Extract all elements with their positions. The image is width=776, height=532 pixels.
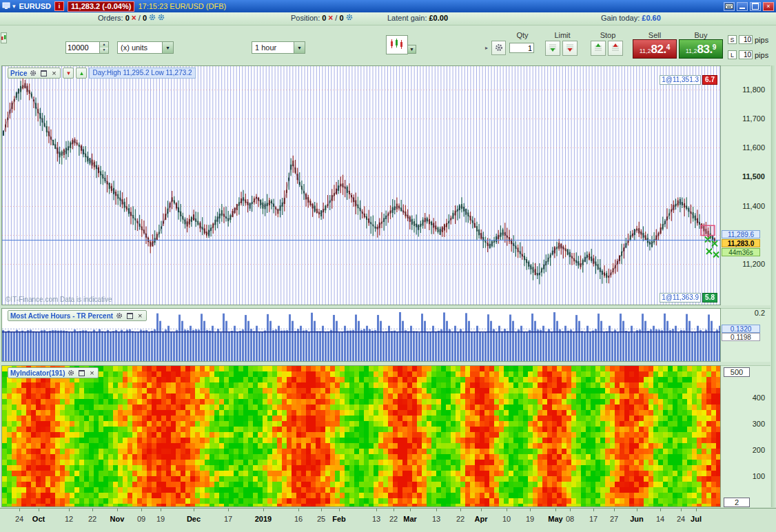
heatmap-axis-label: 400 <box>726 393 765 402</box>
orders-label: Orders: <box>98 14 123 22</box>
keyboard-icon[interactable] <box>724 2 735 11</box>
heatmap-close-icon[interactable]: × <box>88 369 96 377</box>
scroll-down-button[interactable]: ▼ <box>63 68 74 79</box>
date-label: Jul <box>684 515 708 523</box>
spin-up-icon[interactable]: ▲ <box>99 42 108 48</box>
cancel-orders-icon[interactable]: × <box>132 14 136 21</box>
stop-pips-row: S pips <box>728 35 768 44</box>
date-tick <box>637 509 637 511</box>
bar-countdown-tag: 44m36s <box>722 248 760 256</box>
limit-pips-input[interactable] <box>739 50 753 59</box>
limit-label: Limit <box>544 31 580 39</box>
limit-sell-button[interactable] <box>562 41 578 56</box>
buy-button[interactable]: 11,283.9 <box>679 39 723 59</box>
last-price-tag: 11,283.0 <box>722 239 760 247</box>
date-tick <box>614 509 615 511</box>
stop-buy-icon <box>593 43 603 54</box>
ticket-tools-button[interactable] <box>491 41 506 55</box>
stop-label: Stop <box>590 31 626 39</box>
date-label: Dec <box>182 515 205 523</box>
symbol-dropdown-caret[interactable]: ▾ <box>12 3 16 10</box>
timeframe-dropdown-icon[interactable]: ▼ <box>294 42 305 53</box>
date-tick <box>117 509 118 511</box>
stop-pips-input[interactable] <box>739 35 753 44</box>
heatmap-window-icon[interactable] <box>77 369 85 377</box>
tr-percent-panel: Most Active Hours - TR Percent × <box>1 308 721 362</box>
orders-settings2-icon[interactable] <box>158 14 165 22</box>
units-dropdown-icon[interactable]: ▼ <box>162 42 173 53</box>
price-axis-label: 11,700 <box>726 114 765 123</box>
chart-style-dropdown-icon[interactable]: ▼ <box>407 45 416 54</box>
date-tick <box>339 509 340 511</box>
date-label: 19 <box>149 515 172 523</box>
tr-settings-icon[interactable] <box>115 311 123 320</box>
chart-style-button[interactable] <box>386 35 408 54</box>
limit-buy-button[interactable] <box>545 41 560 56</box>
orders-settings-icon[interactable] <box>149 14 156 22</box>
date-tick <box>161 509 161 511</box>
symbol-title: EURUSD <box>19 2 51 10</box>
date-tick <box>660 509 661 511</box>
close-button[interactable]: × <box>763 2 774 11</box>
units-select[interactable]: (x) units ▼ <box>117 41 174 54</box>
ticket-expand-caret[interactable]: ▸ <box>485 45 488 51</box>
stop-sell-icon <box>611 43 620 54</box>
date-tick <box>570 509 571 511</box>
tr-close-icon[interactable]: × <box>136 311 144 320</box>
heatmap-panel: MyIndicator(191) × <box>1 365 721 507</box>
spin-down-icon[interactable]: ▼ <box>99 48 108 53</box>
stop-buy-button[interactable] <box>591 41 606 56</box>
watermark-text: ©IT-Finance.com Data is indicative <box>6 296 112 303</box>
tr-window-icon[interactable] <box>125 311 134 320</box>
date-label: Jun <box>625 515 649 523</box>
orders-status: Orders: 0 × / 0 <box>98 14 165 22</box>
timeframe-select[interactable]: 1 hour ▼ <box>252 41 305 54</box>
quantity-input[interactable] <box>66 42 99 53</box>
orders-separator: / <box>139 14 141 22</box>
tr-panel-title-chip: Most Active Hours - TR Percent × <box>8 310 147 321</box>
sell-price-main: 82. <box>651 43 666 57</box>
heatmap-axis-label: 500 <box>724 367 750 377</box>
price-chart-panel: Price × ▼ ▲ Day:High 11,295.2 Low 11,273… <box>1 65 721 305</box>
date-label: 2019 <box>252 515 275 523</box>
tr-axis-label: 0.2 <box>726 309 765 317</box>
info-badge[interactable]: i <box>54 1 64 11</box>
position-settings-icon[interactable] <box>346 14 353 22</box>
date-tick <box>141 509 142 511</box>
app-icon <box>2 2 10 11</box>
wrench-icon <box>495 43 503 53</box>
stop-pips-unit: pips <box>755 36 768 44</box>
titlebar: ▾ EURUSD i 11,283.2 (-0.04%) 17:15:23 EU… <box>0 0 776 12</box>
price-close-icon[interactable]: × <box>50 69 58 77</box>
price-window-icon[interactable] <box>39 69 48 77</box>
date-tick <box>555 509 556 511</box>
heatmap-axis-label: 100 <box>726 472 765 480</box>
price-chart-canvas[interactable] <box>2 66 720 305</box>
chart-tab-icon[interactable] <box>1 32 7 43</box>
close-position-icon[interactable]: × <box>328 14 333 21</box>
date-tick <box>39 509 39 511</box>
date-tick <box>228 509 229 511</box>
latent-gain-label: Latent gain: <box>387 14 427 22</box>
date-label: 13 <box>425 515 448 523</box>
maximize-button[interactable] <box>750 2 761 11</box>
tr-level-tag: 0.1320 <box>722 325 760 333</box>
quantity-stepper[interactable]: ▲▼ <box>65 41 109 54</box>
date-label: 22 <box>81 515 104 523</box>
stop-sell-button[interactable] <box>608 41 623 56</box>
vertical-scrollbar[interactable] <box>771 65 776 507</box>
date-tick <box>410 509 411 511</box>
price-settings-icon[interactable] <box>29 69 37 77</box>
sell-label: Sell <box>633 31 677 39</box>
candlestick-style-icon <box>389 38 405 52</box>
date-tick <box>507 509 507 511</box>
heatmap-canvas[interactable] <box>2 366 720 507</box>
sell-button[interactable]: 11,282.4 <box>633 39 677 59</box>
gain-today-value: £0.60 <box>642 14 661 22</box>
scroll-up-button[interactable]: ▲ <box>76 68 87 79</box>
order-bottom-badge: 5.8 <box>702 293 717 303</box>
heatmap-settings-icon[interactable] <box>67 369 75 377</box>
price-panel-title: Price <box>10 70 27 77</box>
minimize-button[interactable] <box>737 2 748 11</box>
qty-input[interactable] <box>509 43 534 53</box>
